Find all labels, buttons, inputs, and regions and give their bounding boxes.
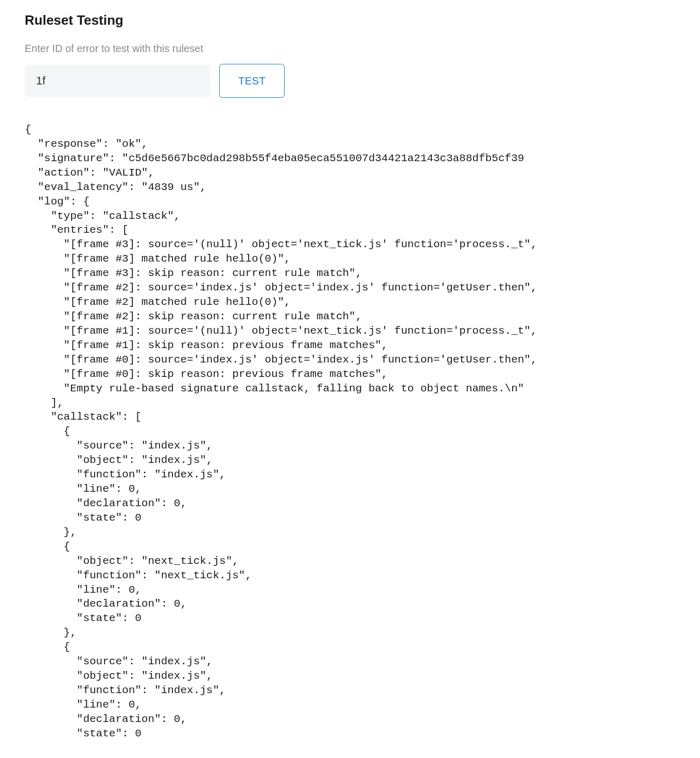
controls-row: TEST [25,64,675,98]
input-label: Enter ID of error to test with this rule… [25,43,675,55]
error-id-input[interactable] [25,65,210,97]
test-button[interactable]: TEST [219,64,285,98]
result-output: { "response": "ok", "signature": "c5d6e5… [25,123,675,741]
page-title: Ruleset Testing [25,12,675,28]
